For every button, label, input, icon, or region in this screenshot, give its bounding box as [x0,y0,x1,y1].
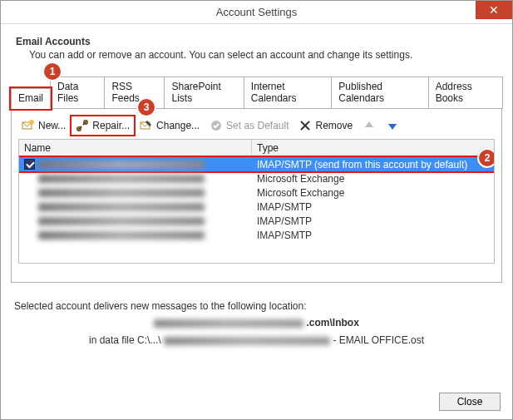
section-title: Email Accounts [16,36,502,47]
close-button[interactable]: Close [439,393,501,411]
tab-published-calendars[interactable]: Published Calendars [331,77,428,109]
delivery-path-suffix: .com\Inbox [307,317,359,329]
remove-button[interactable]: Remove [295,117,356,134]
list-header: Name Type [19,140,494,157]
table-row[interactable]: IMAP/SMTP [19,228,494,242]
list-body: IMAP/SMTP (send from this account by def… [19,157,494,242]
tab-panel-email: 3 New... Repair... Change... [11,108,502,283]
close-icon: ✕ [489,4,499,16]
tab-sharepoint-lists[interactable]: SharePoint Lists [164,77,244,109]
move-down-button[interactable] [382,117,402,134]
delivery-line3-prefix: in data file C:\...\ [89,334,161,346]
footer: Close [439,393,501,411]
table-row[interactable]: IMAP/SMTP [19,200,494,214]
window: Account Settings ✕ Email Accounts You ca… [0,0,513,420]
delivery-info: Selected account delivers new messages t… [14,298,499,348]
set-default-button: Set as Default [206,117,292,134]
table-row[interactable]: IMAP/SMTP (send from this account by def… [19,157,494,171]
content: Email Accounts You can add or remove an … [1,24,512,357]
window-title: Account Settings [216,6,298,18]
obscured-name [38,161,205,169]
row-type: IMAP/SMTP [252,230,494,241]
callout-1: 1 [44,63,61,80]
remove-icon [298,119,312,132]
delivery-line1: Selected account delivers new messages t… [14,298,499,314]
row-type: IMAP/SMTP (send from this account by def… [252,159,494,170]
svg-point-1 [29,120,34,125]
table-row[interactable]: Microsoft Exchange [19,185,494,200]
row-type: Microsoft Exchange [252,187,494,199]
obscured-file [164,337,330,345]
new-mail-icon [22,119,35,132]
move-up-button [359,117,379,134]
table-row[interactable]: IMAP/SMTP [19,214,494,228]
callout-2: 2 [479,150,495,166]
arrow-down-icon [386,119,399,132]
tab-rss-feeds[interactable]: RSS Feeds [104,77,165,109]
obscured-name [38,231,205,240]
obscured-name [38,189,205,197]
callout-3: 3 [138,99,155,116]
repair-button[interactable]: Repair... [72,117,133,134]
obscured-path [154,319,303,328]
row-type: Microsoft Exchange [252,173,494,185]
tab-data-files[interactable]: Data Files [50,77,105,109]
toolbar: New... Repair... Change... Set as Defaul… [18,116,495,139]
section-subtitle: You can add or remove an account. You ca… [29,49,502,61]
col-header-name[interactable]: Name [19,140,252,156]
delivery-line3-suffix: - EMAIL OFFICE.ost [333,334,424,346]
window-close-button[interactable]: ✕ [476,1,512,19]
repair-icon [76,119,89,132]
titlebar: Account Settings ✕ [1,1,512,24]
row-type: IMAP/SMTP [252,201,494,213]
new-button[interactable]: New... [18,117,69,134]
obscured-name [38,175,205,183]
obscured-name [38,217,205,225]
accounts-list: Name Type 2 IMAP/SMTP (send from this ac… [18,139,495,264]
row-type: IMAP/SMTP [252,215,494,227]
col-header-type[interactable]: Type [252,140,494,156]
tab-internet-calendars[interactable]: Internet Calendars [244,77,333,109]
obscured-name [38,203,205,211]
default-account-icon [24,159,35,170]
tab-email[interactable]: Email [11,88,51,109]
tab-strip: Email Data Files RSS Feeds SharePoint Li… [11,76,502,108]
change-icon [140,119,153,132]
check-circle-icon [210,119,223,132]
table-row[interactable]: Microsoft Exchange [19,171,494,185]
change-button[interactable]: Change... [136,117,203,134]
tab-address-books[interactable]: Address Books [428,77,503,109]
arrow-up-icon [363,119,376,132]
